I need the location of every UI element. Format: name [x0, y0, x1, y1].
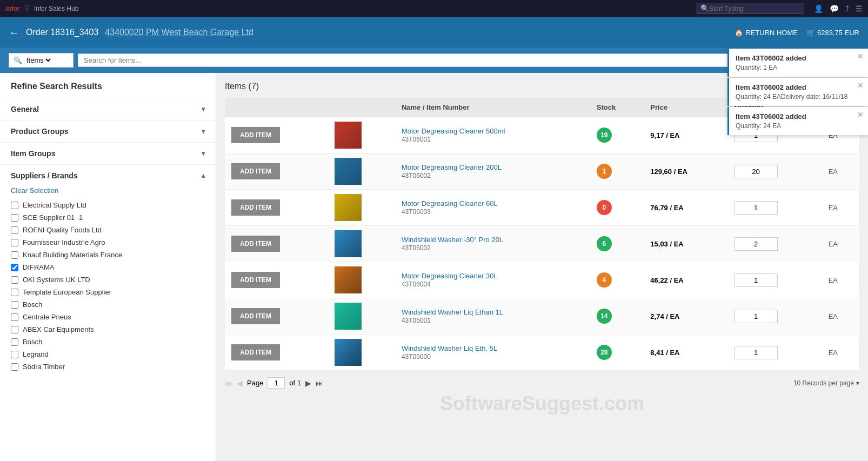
add-item-button[interactable]: ADD ITEM — [231, 236, 280, 252]
product-image-cell — [328, 226, 395, 262]
product-number: 43T06004 — [402, 280, 431, 288]
return-home-button[interactable]: 🏠 RETURN HOME — [735, 29, 798, 37]
product-name-link[interactable]: Motor Degreasing Cleaner 30L — [402, 272, 584, 280]
cart-button[interactable]: 🛒 6283,75 EUR — [806, 29, 859, 37]
product-name-link[interactable]: Windshield Washer -30° Pro 20L — [402, 236, 584, 244]
add-item-button[interactable]: ADD ITEM — [231, 127, 280, 143]
col-image — [328, 98, 395, 117]
filter-header-general[interactable]: General ▾ — [0, 98, 216, 120]
product-name-cell: Motor Degreasing Cleaner 200L43T06002 — [395, 153, 590, 190]
chat-icon[interactable]: 💬 — [830, 4, 839, 13]
quantity-input[interactable] — [735, 310, 778, 323]
supplier-checkbox[interactable] — [11, 202, 18, 209]
col-stock: Stock — [590, 98, 644, 117]
supplier-checkbox[interactable] — [11, 214, 18, 222]
add-item-button[interactable]: ADD ITEM — [231, 163, 280, 179]
next-page-button[interactable]: ▶ — [305, 379, 311, 387]
toast-close-button[interactable]: ✕ — [857, 52, 864, 61]
quantity-input[interactable] — [735, 273, 778, 287]
table-row: ADD ITEMMotor Degreasing Cleaner 30L43T0… — [225, 262, 859, 298]
chevron-down-icon: ▾ — [202, 105, 205, 113]
add-item-cell: ADD ITEM — [225, 153, 328, 190]
product-number: 43T06003 — [402, 208, 431, 216]
quantity-input[interactable] — [735, 201, 778, 215]
supplier-checkbox[interactable] — [11, 363, 18, 371]
product-name-link[interactable]: Motor Degreasing Cleaner 200L — [402, 163, 584, 171]
toast-close-button[interactable]: ✕ — [857, 110, 864, 119]
filter-header-suppliers[interactable]: Suppliers / Brands ▴ — [0, 165, 216, 186]
supplier-label: Fournisseur Industrie Agro — [23, 238, 105, 246]
supplier-item: Legrand — [11, 348, 205, 360]
supplier-item: Bosch — [11, 336, 205, 348]
search-filter-select[interactable]: Items — [24, 56, 52, 65]
menu-icon[interactable]: ☰ — [856, 4, 863, 13]
product-name-link[interactable]: Motor Degreasing Cleaner 60L — [402, 199, 584, 208]
price-cell: 129,60 / EA — [644, 153, 727, 190]
product-thumbnail — [335, 339, 362, 366]
toast-title: Item 43T06002 added — [736, 83, 862, 91]
cart-amount: 6283,75 EUR — [817, 29, 859, 37]
product-thumbnail — [335, 158, 362, 185]
total-pages: of 1 — [289, 379, 301, 387]
supplier-checkbox[interactable] — [11, 239, 18, 246]
prev-page-button[interactable]: ◀ — [237, 379, 243, 387]
product-image-cell — [328, 117, 395, 153]
filter-header-product-groups[interactable]: Product Groups ▾ — [0, 121, 216, 142]
filter-header-item-groups[interactable]: Item Groups ▾ — [0, 143, 216, 164]
top-bar: infor ⠿ Infor Sales Hub 🔍 👤 💬 ⤴ ☰ — [0, 0, 868, 17]
unit-cell: EA — [822, 226, 859, 262]
quantity-input[interactable] — [735, 165, 778, 178]
supplier-checkbox[interactable] — [11, 226, 18, 234]
add-item-button[interactable]: ADD ITEM — [231, 199, 280, 216]
supplier-checkbox[interactable] — [11, 264, 18, 271]
supplier-checkbox[interactable] — [11, 313, 18, 321]
supplier-checkbox[interactable] — [11, 276, 18, 284]
last-page-button[interactable]: ⏭ — [316, 379, 323, 387]
first-page-button[interactable]: ⏮ — [225, 379, 232, 387]
toast-close-button[interactable]: ✕ — [857, 81, 864, 90]
quantity-input[interactable] — [735, 237, 778, 251]
product-number: 43T06001 — [402, 136, 431, 143]
clear-selection-link[interactable]: Clear Selection — [11, 186, 205, 195]
share-icon[interactable]: ⤴ — [845, 4, 849, 13]
back-button[interactable]: ← — [9, 26, 19, 39]
product-name-cell: Windshield Washer Liq Ethan 1L43T05001 — [395, 298, 590, 335]
global-search[interactable]: 🔍 — [696, 3, 804, 14]
supplier-checkbox[interactable] — [11, 251, 18, 259]
global-search-input[interactable] — [709, 5, 790, 12]
supplier-label: Bosch — [23, 300, 42, 309]
product-name-link[interactable]: Motor Degreasing Cleaner 500ml — [402, 127, 584, 135]
supplier-label: Knauf Building Materials France — [23, 251, 122, 259]
toast-container: ✕Item 43T06002 addedQuantity: 1 EA✕Item … — [727, 49, 868, 136]
supplier-checkbox[interactable] — [11, 289, 18, 296]
supplier-checkbox[interactable] — [11, 301, 18, 309]
page-number-input[interactable] — [268, 377, 285, 389]
stock-badge: 1 — [597, 164, 612, 179]
user-icon[interactable]: 👤 — [814, 4, 823, 13]
quantity-cell — [728, 298, 822, 335]
records-per-page-chevron: ▾ — [856, 379, 859, 387]
add-item-button[interactable]: ADD ITEM — [231, 272, 280, 288]
unit-cell: EA — [822, 153, 859, 190]
product-name-cell: Windshield Washer Liq Eth. 5L43T05000 — [395, 335, 590, 371]
add-item-button[interactable]: ADD ITEM — [231, 308, 280, 324]
supplier-checkbox[interactable] — [11, 326, 18, 333]
table-row: ADD ITEMWindshield Washer Liq Ethan 1L43… — [225, 298, 859, 335]
add-item-button[interactable]: ADD ITEM — [231, 344, 280, 360]
supplier-label: ROFNI Quality Foods Ltd — [23, 226, 102, 234]
toast-notification: ✕Item 43T06002 addedQuantity: 1 EA — [727, 49, 868, 77]
app-name: Infor Sales Hub — [34, 5, 79, 12]
product-name-link[interactable]: Windshield Washer Liq Ethan 1L — [402, 308, 584, 316]
product-number: 43T05002 — [402, 244, 431, 252]
product-name-link[interactable]: Windshield Washer Liq Eth. 5L — [402, 344, 584, 352]
toast-notification: ✕Item 43T06002 addedQuantity: 24 EADeliv… — [727, 78, 868, 106]
filter-label-product-groups: Product Groups — [11, 127, 69, 136]
quantity-cell — [728, 262, 822, 298]
product-name-cell: Motor Degreasing Cleaner 60L43T06003 — [395, 190, 590, 226]
search-filter[interactable]: 🔍 Items — [9, 53, 74, 68]
supplier-checkbox[interactable] — [11, 351, 18, 358]
supplier-checkbox[interactable] — [11, 338, 18, 346]
stock-cell: 28 — [590, 335, 644, 371]
customer-link[interactable]: 43400020 PM West Beach Garage Ltd — [105, 28, 253, 37]
quantity-input[interactable] — [735, 346, 778, 359]
